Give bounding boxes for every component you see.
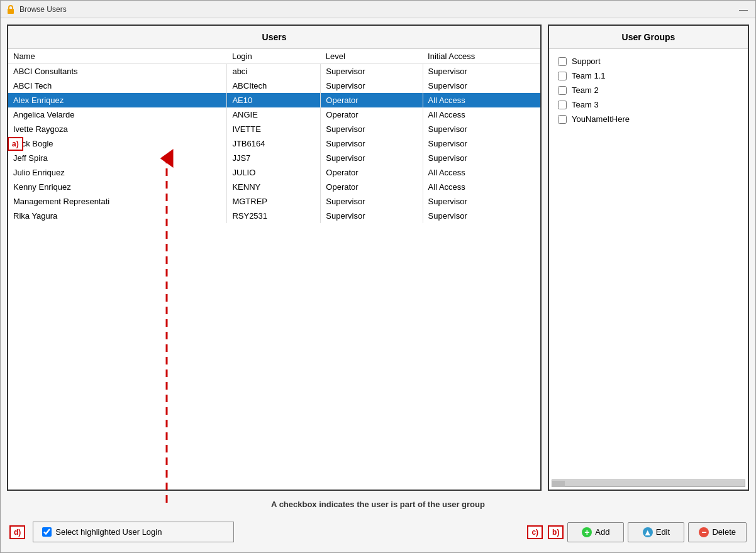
cell-initial_access: Supervisor xyxy=(423,136,540,151)
titlebar: Browse Users — xyxy=(1,1,755,18)
cell-level: Operator xyxy=(321,165,423,180)
group-label: Team 3 xyxy=(572,100,599,109)
cell-login: MGTREP xyxy=(227,194,321,209)
group-checkbox[interactable] xyxy=(558,57,567,66)
cell-login: abci xyxy=(227,64,321,79)
group-checkbox[interactable] xyxy=(558,72,567,80)
table-row[interactable]: Alex EnriquezAE10OperatorAll Access xyxy=(8,93,540,107)
cell-name: Angelica Velarde xyxy=(8,107,227,122)
col-level: Level xyxy=(321,49,423,64)
cell-initial_access: All Access xyxy=(423,165,540,180)
group-checkbox[interactable] xyxy=(558,101,567,109)
users-panel: Users Name Login Level Initial Access xyxy=(7,25,542,491)
cell-initial_access: All Access xyxy=(423,93,540,107)
bottom-bar: d) Select highlighted User Login c) b) +… xyxy=(7,518,749,546)
cell-name: Management Representati xyxy=(8,194,227,209)
cell-level: Supervisor xyxy=(321,64,423,79)
annotation-d: d) xyxy=(9,525,25,539)
group-checkbox[interactable] xyxy=(558,115,567,124)
cell-level: Supervisor xyxy=(321,209,423,223)
svg-rect-0 xyxy=(8,9,14,14)
group-item: Support xyxy=(554,54,743,68)
user-groups-header: User Groups xyxy=(549,26,748,49)
lock-icon xyxy=(6,4,16,14)
cell-level: Supervisor xyxy=(321,151,423,165)
cell-level: Supervisor xyxy=(321,194,423,209)
group-checkbox[interactable] xyxy=(558,86,567,95)
table-row[interactable]: ABCI TechABCItechSupervisorSupervisor xyxy=(8,79,540,93)
cell-login: KENNY xyxy=(227,180,321,194)
table-row[interactable]: ABCI ConsultantsabciSupervisorSupervisor xyxy=(8,64,540,79)
annotation-c: c) xyxy=(527,525,543,539)
minimize-button[interactable]: — xyxy=(737,4,750,14)
cell-initial_access: All Access xyxy=(423,180,540,194)
cell-name: Rika Yagura xyxy=(8,209,227,223)
group-label: Team 1.1 xyxy=(572,71,605,80)
action-buttons: b) + Add ▲ Edit − Delete xyxy=(548,522,747,542)
edit-icon: ▲ xyxy=(643,527,653,537)
annotation-b: b) xyxy=(548,525,564,539)
cell-name: Julio Enriquez xyxy=(8,165,227,180)
select-login-checkbox[interactable] xyxy=(42,527,52,537)
users-table: Name Login Level Initial Access ABCI Con… xyxy=(8,49,540,490)
table-row[interactable]: Angelica VelardeANGIEOperatorAll Access xyxy=(8,107,540,122)
cell-name: Kenny Enriquez xyxy=(8,180,227,194)
cell-name: ABCI Consultants xyxy=(8,64,227,79)
cell-initial_access: All Access xyxy=(423,107,540,122)
table-row[interactable]: Jeff SpiraJJS7SupervisorSupervisor xyxy=(8,151,540,165)
table-row[interactable]: Jack BogleJTB6164SupervisorSupervisor xyxy=(8,136,540,151)
cell-level: Supervisor xyxy=(321,122,423,136)
add-icon: + xyxy=(582,527,592,537)
cell-initial_access: Supervisor xyxy=(423,194,540,209)
cell-level: Supervisor xyxy=(321,79,423,93)
cell-level: Operator xyxy=(321,180,423,194)
group-label: YouNameItHere xyxy=(572,114,630,124)
add-label: Add xyxy=(595,527,609,537)
group-label: Support xyxy=(572,57,601,66)
group-item: Team 3 xyxy=(554,97,743,112)
cell-login: JJS7 xyxy=(227,151,321,165)
cell-initial_access: Supervisor xyxy=(423,122,540,136)
cell-login: AE10 xyxy=(227,93,321,107)
col-name: Name xyxy=(8,49,227,64)
checkbox-hint: A checkbox indicates the user is part of… xyxy=(7,496,749,513)
group-item: YouNameItHere xyxy=(554,112,743,126)
cell-login: IVETTE xyxy=(227,122,321,136)
table-row[interactable]: Management RepresentatiMGTREPSupervisorS… xyxy=(8,194,540,209)
edit-button[interactable]: ▲ Edit xyxy=(628,522,684,542)
cell-name: Jeff Spira xyxy=(8,151,227,165)
cell-initial_access: Supervisor xyxy=(423,209,540,223)
add-button[interactable]: + Add xyxy=(567,522,624,542)
cell-level: Operator xyxy=(321,93,423,107)
cell-login: ANGIE xyxy=(227,107,321,122)
groups-list: SupportTeam 1.1Team 2Team 3YouNameItHere xyxy=(549,49,748,478)
table-row[interactable]: Ivette RaygozaIVETTESupervisorSupervisor xyxy=(8,122,540,136)
cell-initial_access: Supervisor xyxy=(423,151,540,165)
cell-name: Jack Bogle xyxy=(8,136,227,151)
cell-login: RSY2531 xyxy=(227,209,321,223)
group-item: Team 1.1 xyxy=(554,68,743,83)
col-login: Login xyxy=(227,49,321,64)
cell-login: JTB6164 xyxy=(227,136,321,151)
edit-label: Edit xyxy=(656,527,670,537)
col-initial-access: Initial Access xyxy=(423,49,540,64)
group-item: Team 2 xyxy=(554,83,743,97)
cell-initial_access: Supervisor xyxy=(423,79,540,93)
cell-level: Operator xyxy=(321,107,423,122)
table-row[interactable]: Rika YaguraRSY2531SupervisorSupervisor xyxy=(8,209,540,223)
cell-name: ABCI Tech xyxy=(8,79,227,93)
delete-icon: − xyxy=(699,527,709,537)
delete-button[interactable]: − Delete xyxy=(688,522,747,542)
cell-initial_access: Supervisor xyxy=(423,64,540,79)
cell-login: JULIO xyxy=(227,165,321,180)
cell-name: Alex Enriquez xyxy=(8,93,227,107)
cell-name: Ivette Raygoza xyxy=(8,122,227,136)
select-login-area: Select highlighted User Login xyxy=(33,522,234,542)
table-row[interactable]: Kenny EnriquezKENNYOperatorAll Access xyxy=(8,180,540,194)
annotation-a: a) xyxy=(8,137,23,151)
window-title: Browse Users xyxy=(19,5,67,14)
delete-label: Delete xyxy=(712,527,736,537)
user-groups-panel: User Groups SupportTeam 1.1Team 2Team 3Y… xyxy=(548,25,749,491)
table-row[interactable]: Julio EnriquezJULIOOperatorAll Access xyxy=(8,165,540,180)
users-panel-header: Users xyxy=(8,26,540,49)
